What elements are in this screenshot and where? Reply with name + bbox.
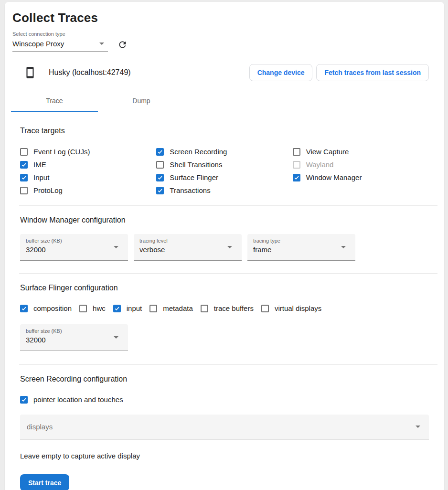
tab-dump[interactable]: Dump: [98, 90, 185, 112]
displays-select[interactable]: displays: [20, 415, 429, 439]
trace-targets-grid: Event Log (CUJs) IME Input ProtoLog: [20, 145, 429, 197]
connection-type-select[interactable]: Winscope Proxy: [12, 38, 108, 52]
page-title: Collect Traces: [12, 11, 437, 25]
checkbox-box: [20, 396, 28, 404]
check-icon: [114, 305, 120, 312]
checkbox-wayland: Wayland: [293, 158, 429, 171]
checkbox-box: [293, 174, 300, 181]
field-label: tracing type: [253, 238, 351, 244]
checkbox-box: [20, 187, 28, 194]
checkbox-box: [20, 161, 28, 169]
checkbox-shell-transitions[interactable]: Shell Transitions: [156, 158, 292, 171]
collect-traces-card: Collect Traces Select connection type Wi…: [5, 2, 444, 490]
checkbox-box: [20, 305, 28, 312]
sf-config-fields: buffer size (KB) 32000: [20, 324, 429, 351]
checkbox-box: [156, 174, 164, 181]
sf-flags-row: composition hwc input metadata trace buf…: [20, 302, 429, 315]
check-icon: [157, 149, 163, 155]
wm-buffer-size-select[interactable]: buffer size (KB) 32000: [20, 234, 128, 261]
chevron-down-icon: [114, 336, 118, 339]
field-value: 32000: [26, 245, 123, 254]
refresh-button[interactable]: [117, 39, 128, 51]
checkbox-box: [113, 305, 121, 312]
sr-config-heading: Screen Recording configuration: [20, 375, 429, 383]
field-value: 32000: [26, 336, 123, 344]
checkbox-virtual-displays[interactable]: virtual displays: [261, 302, 321, 315]
chevron-down-icon: [227, 246, 232, 248]
refresh-icon: [117, 40, 128, 50]
connection-row: Winscope Proxy: [12, 38, 437, 52]
checkbox-label: Input: [33, 173, 49, 181]
chevron-down-icon: [341, 246, 346, 248]
checkbox-ime[interactable]: IME: [20, 158, 156, 171]
smartphone-icon: [24, 66, 36, 79]
device-actions: Change device Fetch traces from last ses…: [249, 64, 429, 81]
checkbox-metadata[interactable]: metadata: [149, 302, 193, 315]
checkbox-label: composition: [33, 304, 72, 312]
checkbox-sf-input[interactable]: input: [113, 302, 142, 315]
device-row: Husky (localhost:42749) Change device Fe…: [5, 64, 444, 81]
sf-config-heading: Surface Flinger configuration: [20, 284, 429, 292]
checkbox-label: Wayland: [306, 160, 334, 169]
change-device-button[interactable]: Change device: [249, 64, 313, 81]
checkbox-label: metadata: [163, 304, 193, 312]
checkbox-input[interactable]: Input: [20, 171, 156, 184]
checkbox-box: [20, 148, 28, 156]
checkbox-box: [293, 161, 300, 169]
connection-type-value: Winscope Proxy: [12, 40, 64, 48]
connection-type-label: Select connection type: [12, 31, 437, 37]
checkbox-label: hwc: [93, 304, 106, 312]
checkbox-protolog[interactable]: ProtoLog: [20, 184, 156, 197]
checkbox-box: [156, 187, 164, 194]
chevron-down-icon: [99, 43, 104, 45]
sf-buffer-size-select[interactable]: buffer size (KB) 32000: [20, 324, 128, 351]
fetch-traces-button[interactable]: Fetch traces from last session: [316, 64, 429, 81]
section-divider: [19, 205, 437, 206]
field-label: buffer size (KB): [26, 328, 123, 334]
checkbox-box: [156, 161, 164, 169]
checkbox-label: pointer location and touches: [33, 395, 123, 404]
checkbox-pointer-location[interactable]: pointer location and touches: [20, 393, 429, 406]
checkbox-hwc[interactable]: hwc: [79, 302, 106, 315]
checkbox-box: [149, 305, 157, 312]
checkbox-event-log[interactable]: Event Log (CUJs): [20, 145, 156, 158]
trace-targets-column-1: Event Log (CUJs) IME Input ProtoLog: [20, 145, 156, 197]
checkbox-window-manager[interactable]: Window Manager: [293, 171, 429, 184]
displays-hint: Leave empty to capture active display: [20, 452, 429, 460]
checkbox-label: IME: [33, 160, 46, 169]
check-icon: [21, 174, 27, 181]
wm-tracing-type-select[interactable]: tracing type frame: [247, 234, 355, 261]
checkbox-label: Screen Recording: [170, 148, 227, 156]
checkbox-label: Surface Flinger: [170, 173, 218, 181]
tab-trace[interactable]: Trace: [11, 90, 98, 112]
field-label: tracing level: [139, 238, 237, 244]
start-trace-button[interactable]: Start trace: [20, 474, 69, 490]
check-icon: [21, 305, 27, 312]
sf-config-section: Surface Flinger configuration compositio…: [5, 284, 444, 351]
checkbox-view-capture[interactable]: View Capture: [293, 145, 429, 158]
field-value: verbose: [139, 245, 237, 254]
checkbox-surface-flinger[interactable]: Surface Flinger: [156, 171, 292, 184]
checkbox-composition[interactable]: composition: [20, 302, 72, 315]
checkbox-label: trace buffers: [214, 304, 254, 312]
wm-tracing-level-select[interactable]: tracing level verbose: [134, 234, 242, 261]
checkbox-label: virtual displays: [275, 304, 321, 312]
field-value: frame: [253, 245, 351, 254]
checkbox-label: Event Log (CUJs): [33, 148, 90, 156]
trace-targets-column-2: Screen Recording Shell Transitions Surfa…: [156, 145, 292, 197]
trace-targets-column-3: View Capture Wayland Window Manager: [293, 145, 429, 197]
device-name: Husky (localhost:42749): [49, 68, 131, 77]
checkbox-box: [20, 174, 28, 181]
checkbox-transactions[interactable]: Transactions: [156, 184, 292, 197]
wm-config-fields: buffer size (KB) 32000 tracing level ver…: [20, 234, 429, 261]
checkbox-box: [261, 305, 269, 312]
check-icon: [21, 161, 27, 168]
checkbox-box: [201, 305, 208, 312]
displays-placeholder: displays: [27, 423, 53, 431]
checkbox-screen-recording[interactable]: Screen Recording: [156, 145, 292, 158]
checkbox-label: Shell Transitions: [170, 160, 222, 169]
checkbox-trace-buffers[interactable]: trace buffers: [201, 302, 254, 315]
checkbox-label: Window Manager: [306, 173, 362, 181]
check-icon: [21, 396, 27, 403]
checkbox-label: Transactions: [170, 186, 210, 194]
